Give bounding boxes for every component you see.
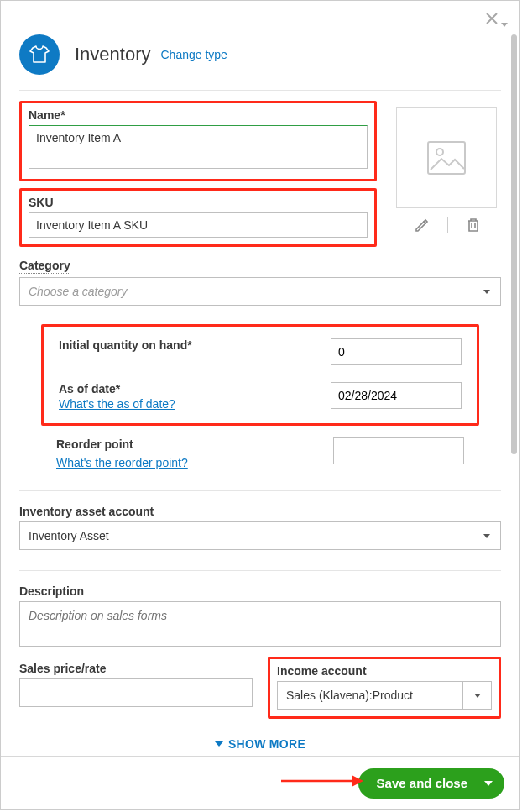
sales-price-label: Sales price/rate xyxy=(19,662,253,675)
chevron-down-icon xyxy=(472,521,501,550)
as-of-date-input[interactable] xyxy=(331,382,462,409)
save-button-label: Save and close xyxy=(377,776,467,790)
income-account-value: Sales (Klavena):Product xyxy=(277,681,463,710)
name-label: Name* xyxy=(29,108,368,122)
sku-label: SKU xyxy=(29,196,368,209)
delete-image-icon[interactable] xyxy=(467,217,480,233)
show-more-link[interactable]: SHOW MORE xyxy=(19,737,501,751)
svg-rect-2 xyxy=(428,142,465,174)
income-account-select[interactable]: Sales (Klavena):Product xyxy=(277,681,492,710)
name-input[interactable]: Inventory Item A xyxy=(29,125,368,169)
image-placeholder[interactable] xyxy=(396,107,497,208)
image-actions-divider xyxy=(447,217,448,233)
reorder-help-link[interactable]: What's the reorder point? xyxy=(56,456,188,469)
category-select-value: Choose a category xyxy=(19,277,472,306)
reorder-label: Reorder point xyxy=(56,437,188,451)
svg-point-3 xyxy=(436,149,443,155)
as-of-date-help-link[interactable]: What's the as of date? xyxy=(59,397,175,411)
edit-image-icon[interactable] xyxy=(414,217,429,233)
tshirt-icon xyxy=(29,44,50,65)
divider xyxy=(19,570,501,571)
annotation-arrow xyxy=(279,771,363,791)
change-type-link[interactable]: Change type xyxy=(161,48,227,61)
panel-title: Inventory xyxy=(75,44,151,65)
description-input[interactable] xyxy=(19,601,501,647)
initial-qty-input[interactable] xyxy=(331,338,462,365)
category-select[interactable]: Choose a category xyxy=(19,277,501,306)
show-more-label: SHOW MORE xyxy=(228,737,305,751)
category-label: Category xyxy=(19,259,501,274)
inventory-type-icon xyxy=(19,34,60,75)
sku-field-highlight: SKU xyxy=(19,188,377,247)
panel-footer: Save and close xyxy=(1,756,519,809)
description-label: Description xyxy=(19,584,501,598)
income-account-label: Income account xyxy=(277,664,492,678)
chevron-down-icon xyxy=(472,277,501,306)
inventory-quantity-highlight: Initial quantity on hand* As of date* Wh… xyxy=(41,324,479,426)
image-upload-area xyxy=(392,107,501,233)
asset-account-label: Inventory asset account xyxy=(19,505,501,518)
income-account-highlight: Income account Sales (Klavena):Product xyxy=(268,657,501,719)
sku-input[interactable] xyxy=(29,212,368,238)
inventory-item-panel: Inventory Change type Name* Inventory It… xyxy=(0,0,520,810)
save-and-close-button[interactable]: Save and close xyxy=(358,768,504,799)
chevron-down-icon xyxy=(463,681,492,710)
divider xyxy=(19,490,501,491)
as-of-date-label: As of date* xyxy=(59,382,175,396)
asset-account-value: Inventory Asset xyxy=(19,521,472,550)
initial-qty-label: Initial quantity on hand* xyxy=(59,338,192,352)
image-placeholder-icon xyxy=(427,141,466,175)
asset-account-select[interactable]: Inventory Asset xyxy=(19,521,501,550)
panel-header: Inventory Change type xyxy=(19,18,501,75)
name-field-highlight: Name* Inventory Item A xyxy=(19,101,377,181)
reorder-input[interactable] xyxy=(333,437,464,464)
divider xyxy=(19,90,501,91)
chevron-down-icon xyxy=(484,781,493,786)
sales-price-input[interactable] xyxy=(19,678,253,707)
